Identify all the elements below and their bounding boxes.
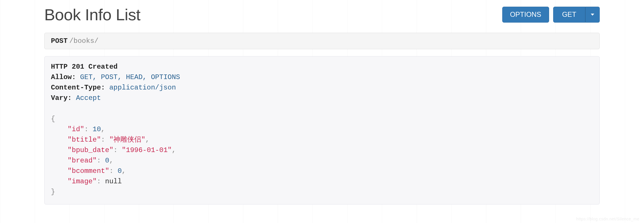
header-content-type-value: application/json [109, 84, 176, 92]
json-key-image: "image" [68, 178, 97, 185]
json-key-btitle: "btitle" [68, 136, 101, 144]
json-val-btitle: "神雕侠侣" [109, 136, 146, 144]
page-title: Book Info List [44, 5, 140, 24]
options-button[interactable]: OPTIONS [502, 7, 549, 23]
get-dropdown-toggle[interactable] [585, 7, 600, 23]
header: Book Info List OPTIONS GET [44, 0, 600, 33]
get-button[interactable]: GET [553, 7, 585, 23]
status-line: HTTP 201 Created [51, 63, 117, 71]
json-val-bread: 0 [105, 157, 109, 164]
json-val-image: null [105, 178, 122, 185]
header-vary-name: Vary: [51, 94, 72, 102]
request-path: /books/ [69, 37, 99, 45]
json-val-id: 10 [93, 125, 101, 133]
caret-down-icon [591, 14, 594, 16]
request-info: POST/books/ [44, 33, 600, 49]
json-key-bpub-date: "bpub_date" [68, 146, 113, 154]
json-close-brace: } [51, 188, 55, 196]
watermark: https://blog.csdn.net/Silence_me [576, 217, 639, 221]
json-key-bread: "bread" [68, 157, 97, 164]
header-vary-value: Accept [76, 94, 101, 102]
response-panel: HTTP 201 Created Allow: GET, POST, HEAD,… [44, 56, 600, 204]
json-val-bpub-date: "1996-01-01" [122, 146, 172, 154]
header-allow-name: Allow: [51, 73, 76, 81]
header-content-type-name: Content-Type: [51, 84, 105, 92]
header-allow-value: GET, POST, HEAD, OPTIONS [80, 73, 180, 81]
json-open-brace: { [51, 115, 55, 123]
json-key-bcomment: "bcomment" [68, 167, 109, 175]
get-button-group: GET [553, 7, 600, 23]
json-val-bcomment: 0 [117, 167, 122, 175]
request-method: POST [51, 37, 68, 45]
json-key-id: "id" [68, 125, 84, 133]
action-buttons: OPTIONS GET [502, 7, 600, 23]
